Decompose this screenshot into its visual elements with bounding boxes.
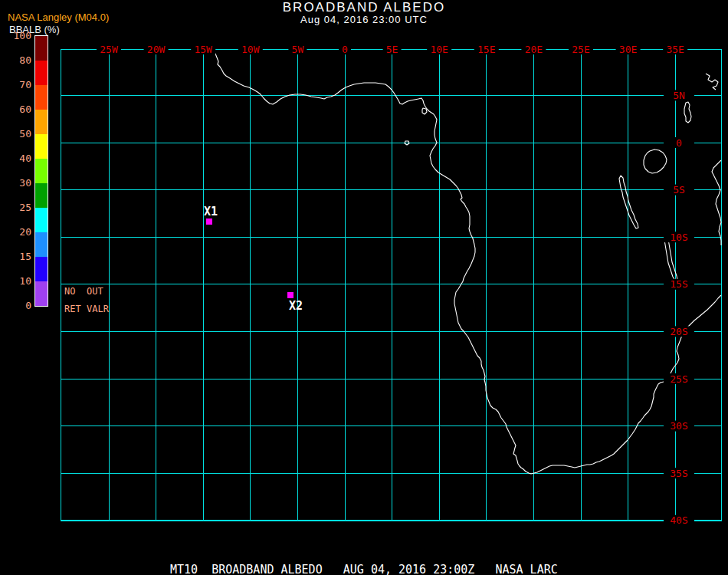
coastline-lake-tanganyika — [619, 176, 638, 228]
coastline-bioko-island — [422, 108, 427, 114]
lon-tick-label: 30E — [619, 44, 637, 55]
coastline-lake-victoria — [644, 150, 667, 173]
lon-tick-label: 15W — [194, 44, 212, 55]
flag-valr-label: VALR — [87, 304, 109, 314]
coastline-east-africa-coast — [712, 160, 721, 245]
lon-tick-label: 5W — [292, 44, 304, 55]
flag-no-label: NO — [64, 287, 75, 296]
lon-tick-label: 5E — [386, 44, 398, 55]
coastline-lake-turkana — [684, 102, 691, 123]
albedo-map-screen: BROADBAND ALBEDO Aug 04, 2016 23:00 UTC … — [0, 0, 728, 575]
lat-tick-label: 25S — [670, 373, 687, 385]
lon-tick-label: 15E — [477, 44, 495, 55]
lat-tick-label: 5S — [673, 184, 685, 196]
lat-tick-label: 20S — [670, 326, 687, 337]
map-canvas: 25W20W15W10W5W05E10E15E20E25E30E35E5N05S… — [0, 0, 728, 575]
lon-tick-label: 25E — [572, 44, 589, 55]
lon-tick-label: 25W — [100, 44, 118, 55]
coastline-africa-mainland — [213, 50, 721, 474]
map-frame — [61, 49, 721, 521]
marker-square-x1 — [206, 219, 212, 225]
lat-tick-label: 15S — [670, 278, 687, 290]
lat-tick-label: 30S — [670, 420, 687, 432]
lon-tick-label: 0 — [342, 44, 348, 55]
flag-ret-label: RET — [64, 304, 81, 314]
marker-label-x1: X1 — [204, 205, 218, 219]
footer-caption: MT10 BROADBAND ALBEDO AUG 04, 2016 23:00… — [170, 563, 558, 575]
lat-tick-label: 40S — [670, 514, 687, 526]
lat-tick-label: 5N — [673, 90, 685, 101]
lon-tick-label: 35E — [666, 44, 684, 55]
lon-tick-label: 10E — [430, 44, 448, 55]
lat-tick-label: 0 — [676, 137, 682, 149]
coastline-ethiopian-lakes — [706, 74, 718, 90]
marker-square-x2 — [287, 292, 293, 298]
flag-out-label: OUT — [87, 287, 103, 296]
lat-tick-label: 10S — [670, 232, 687, 243]
lat-tick-label: 35S — [670, 468, 687, 479]
lon-tick-label: 20W — [147, 44, 166, 55]
lon-tick-label: 10W — [241, 44, 260, 55]
marker-label-x2: X2 — [289, 299, 303, 313]
lon-tick-label: 20E — [525, 44, 543, 55]
